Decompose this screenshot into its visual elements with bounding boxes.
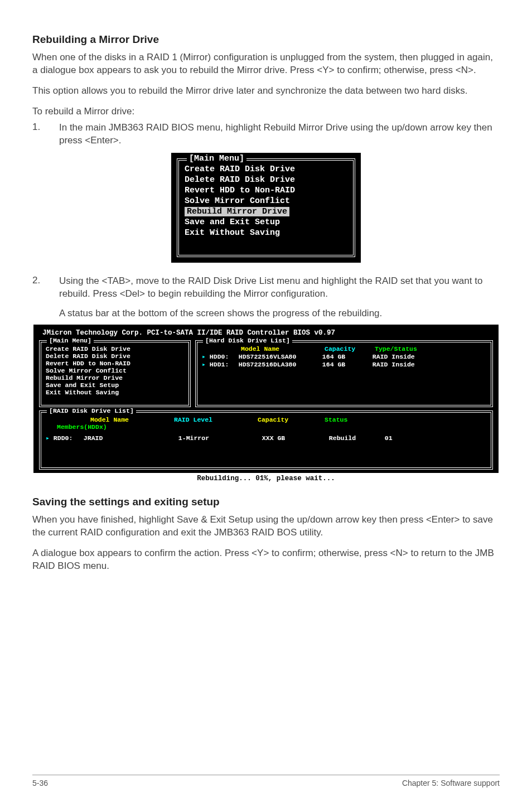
progress-bar: Rebuilding... 01%, please wait... [33, 473, 499, 484]
para: To rebuild a Mirror drive: [32, 105, 500, 118]
arrow-icon: ▸ [202, 361, 210, 368]
main-menu-screenshot: [Main Menu] Create RAID Disk Drive Delet… [171, 153, 361, 263]
menu-item: Solve Mirror Conflict [185, 196, 347, 206]
para: When one of the disks in a RAID 1 (Mirro… [32, 51, 500, 77]
bios-raid-list: [RAID Disk Drive List] Model NameRAID Le… [39, 410, 493, 470]
menu-item: Revert HDD to Non-RAID [185, 185, 347, 196]
heading-rebuilding: Rebuilding a Mirror Drive [32, 33, 500, 46]
menu-item: Delete RAID Disk Drive [185, 175, 347, 185]
para: A dialogue box appears to confirm the ac… [32, 547, 500, 573]
menu-item: Save and Exit Setup [185, 217, 347, 228]
bios-hdd-list: [Hard Disk Drive List] Model NameCapacit… [195, 340, 493, 407]
step-text: In the main JMB363 RAID BIOS menu, highl… [59, 122, 500, 147]
bios-header: JMicron Technology Corp. PCI-to-SATA II/… [39, 329, 493, 337]
step-number: 1. [32, 122, 59, 147]
arrow-icon: ▸ [202, 353, 210, 360]
page-number: 5-36 [32, 779, 48, 787]
menu-item: Exit Without Saving [185, 228, 347, 238]
step-text: Using the <TAB>, move to the RAID Disk D… [59, 275, 500, 320]
menu-item-highlighted: Rebuild Mirror Drive [185, 206, 347, 217]
menu-item: Create RAID Disk Drive [185, 164, 347, 175]
bios-main-menu: [Main Menu] Create RAID Disk Drive Delet… [39, 340, 191, 407]
chapter-label: Chapter 5: Software support [402, 779, 500, 787]
heading-saving: Saving the settings and exiting setup [32, 496, 500, 508]
page-footer: 5-36 Chapter 5: Software support [32, 775, 500, 787]
menu-title: [Main Menu] [187, 154, 246, 163]
arrow-icon: ▸ [46, 434, 54, 442]
bios-screenshot: JMicron Technology Corp. PCI-to-SATA II/… [33, 324, 499, 485]
step-number: 2. [32, 275, 59, 320]
para: When you have finished, highlight Save &… [32, 514, 500, 539]
para: This option allows you to rebuild the Mi… [32, 85, 500, 98]
